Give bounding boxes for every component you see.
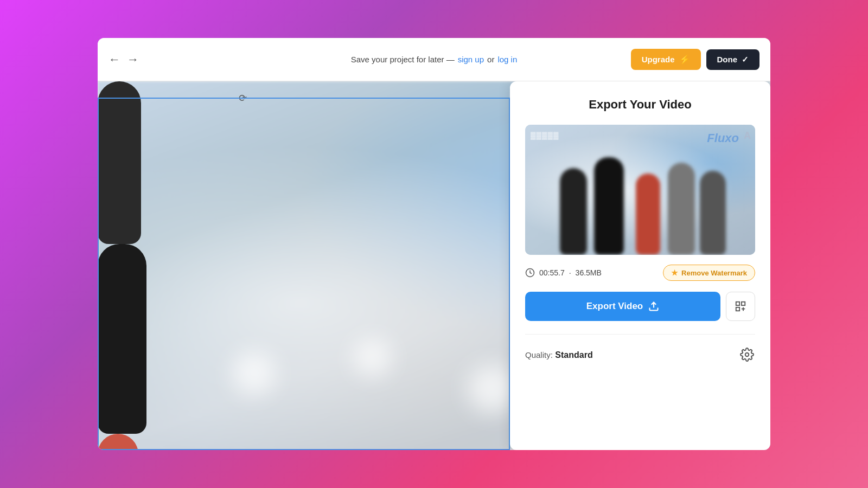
undo-button[interactable]: ← xyxy=(108,53,120,67)
svg-rect-4 xyxy=(736,307,739,311)
clock-icon xyxy=(525,268,535,278)
export-title: Export Your Video xyxy=(525,98,755,112)
export-panel: Export Your Video ▓▓▓▓▓ Fluxo A xyxy=(510,81,770,450)
remove-watermark-button[interactable]: ★ Remove Watermark xyxy=(663,265,755,281)
thumbnail-inner: ▓▓▓▓▓ Fluxo A xyxy=(525,125,755,255)
meta-row: 00:55.7 · 36.5MB ★ Remove Watermark xyxy=(525,265,755,281)
export-video-button[interactable]: Export Video xyxy=(525,292,720,321)
thumb-silhouette-1 xyxy=(560,168,587,255)
checkmark-icon: ✓ xyxy=(742,55,749,65)
star-icon: ★ xyxy=(671,268,678,277)
thumbnail-watermark-3: A xyxy=(744,130,751,142)
export-alt-button[interactable] xyxy=(726,292,755,321)
quality-value: Standard xyxy=(555,350,592,359)
meta-separator: · xyxy=(569,268,571,277)
orb-3 xyxy=(468,364,516,413)
header-right: Upgrade ⚡ Done ✓ xyxy=(631,49,760,70)
quality-label: Quality: xyxy=(525,350,553,359)
silhouette-2 xyxy=(98,244,146,434)
or-text: or xyxy=(487,55,494,64)
quality-info: Quality: Standard xyxy=(525,350,593,360)
header: ← → Save your project for later — sign u… xyxy=(98,38,770,81)
rotation-handle[interactable]: ⟳ xyxy=(239,92,252,105)
orb-1 xyxy=(232,351,276,395)
remove-watermark-label: Remove Watermark xyxy=(681,269,747,277)
done-button[interactable]: Done ✓ xyxy=(706,49,760,70)
meta-info: 00:55.7 · 36.5MB xyxy=(525,268,602,278)
video-duration: 00:55.7 xyxy=(539,268,565,277)
quality-row: Quality: Standard xyxy=(525,345,755,365)
svg-point-7 xyxy=(745,353,749,357)
done-label: Done xyxy=(717,55,738,64)
export-button-row: Export Video xyxy=(525,292,755,321)
upgrade-button[interactable]: Upgrade ⚡ xyxy=(631,49,701,70)
redo-button[interactable]: → xyxy=(127,53,139,67)
svg-rect-3 xyxy=(742,302,745,305)
video-thumbnail: ▓▓▓▓▓ Fluxo A xyxy=(525,125,755,255)
thumb-silhouette-4 xyxy=(668,163,695,255)
silhouette-3 xyxy=(98,434,138,450)
thumb-silhouette-3 xyxy=(636,174,660,255)
divider xyxy=(525,334,755,335)
silhouette-1 xyxy=(98,81,141,244)
thumbnail-watermark-1: ▓▓▓▓▓ xyxy=(531,131,559,139)
settings-icon[interactable] xyxy=(740,348,755,363)
app-container: ← → Save your project for later — sign u… xyxy=(98,38,770,450)
thumb-silhouette-2 xyxy=(594,157,624,255)
upload-icon xyxy=(648,301,659,312)
orb-2 xyxy=(353,338,391,376)
signup-link[interactable]: sign up xyxy=(458,55,484,64)
login-link[interactable]: log in xyxy=(497,55,517,64)
video-size: 36.5MB xyxy=(576,268,602,277)
thumb-silhouette-5 xyxy=(700,171,726,255)
add-frame-icon xyxy=(735,300,746,312)
save-message: Save your project for later — sign up or… xyxy=(351,55,518,64)
save-text: Save your project for later — xyxy=(351,55,455,64)
thumbnail-watermark-2: Fluxo xyxy=(707,131,739,145)
export-video-label: Export Video xyxy=(586,301,643,312)
lightning-icon: ⚡ xyxy=(679,54,690,65)
svg-rect-2 xyxy=(736,302,739,305)
upgrade-label: Upgrade xyxy=(642,55,675,64)
main-area: ⟳ Export Your Video ▓▓▓▓▓ Fluxo A xyxy=(98,81,770,450)
nav-icons: ← → xyxy=(108,53,139,67)
